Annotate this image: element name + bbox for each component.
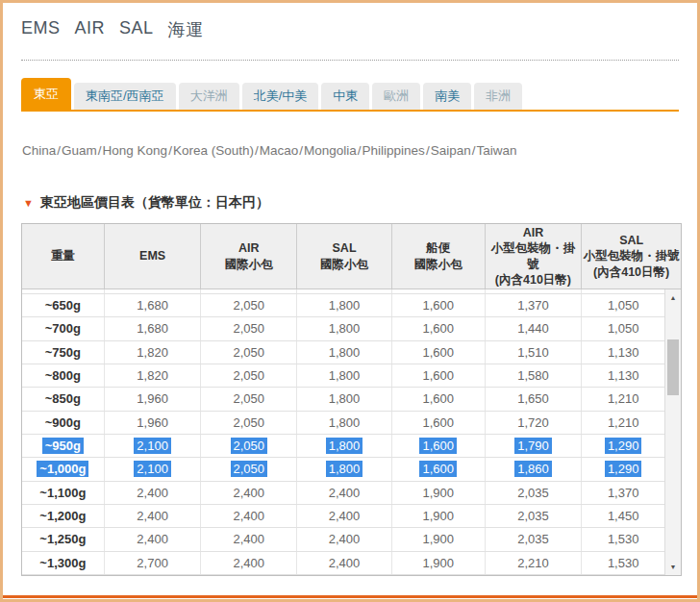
price-cell: 1,800	[297, 364, 392, 387]
region-tab-middle-east[interactable]: 中東	[321, 83, 369, 110]
price-cell: 1,800	[297, 458, 392, 480]
country-link-macao[interactable]: Macao	[259, 143, 300, 158]
section-title: ▼ 東亞地區價目表（貨幣單位：日本円）	[23, 194, 269, 212]
weight-cell: ~800g	[22, 364, 105, 387]
table-header-cell: AIR 小型包裝物・掛號 (內含410日幣)	[486, 224, 583, 288]
table-header-cell: SAL 小型包裝物・掛號 (內含410日幣)	[582, 224, 681, 288]
table-header-cell: 重量	[22, 224, 105, 288]
price-cell: 1,800	[297, 388, 392, 410]
table-header-cell: 船便 國際小包	[392, 224, 486, 288]
table-rows: ~650g 1,680 2,050 1,800 1,600 1,370 1,05…	[22, 289, 664, 575]
country-links: China / Guam / Hong Kong / Korea (South)…	[21, 143, 517, 158]
price-cell: 1,580	[486, 364, 583, 387]
price-cell	[105, 289, 202, 293]
price-cell: 2,050	[201, 435, 297, 457]
table-header-cell: AIR 國際小包	[201, 224, 297, 288]
country-link-korea-south[interactable]: Korea (South)	[172, 143, 255, 158]
price-cell: 1,440	[486, 317, 583, 339]
scroll-thumb[interactable]	[667, 339, 679, 395]
price-cell: 1,820	[105, 364, 202, 387]
price-cell: 2,700	[105, 552, 202, 574]
price-cell: 1,600	[392, 435, 486, 457]
price-cell: 2,400	[297, 482, 392, 504]
price-cell: 1,130	[582, 364, 664, 387]
table-row-850g: ~850g 1,960 2,050 1,800 1,600 1,650 1,21…	[22, 388, 664, 411]
price-cell: 1,600	[392, 317, 486, 339]
table-header-cell: EMS	[105, 224, 202, 288]
region-tab-south-america[interactable]: 南美	[423, 83, 471, 110]
price-cell: 1,800	[297, 435, 392, 457]
table-row-950g: ~950g 2,100 2,050 1,800 1,600 1,790 1,29…	[22, 435, 664, 458]
top-nav-link-air[interactable]: AIR	[75, 18, 106, 41]
weight-cell: ~1,000g	[22, 458, 105, 480]
country-link-mongolia[interactable]: Mongolia	[303, 143, 358, 158]
price-cell: 1,820	[105, 341, 202, 364]
country-link-saipan[interactable]: Saipan	[430, 143, 472, 158]
table-row-1300g: ~1,300g 2,700 2,400 2,400 1,900 2,210 1,…	[22, 552, 664, 575]
price-cell: 2,400	[105, 505, 202, 527]
price-cell: 2,400	[105, 528, 202, 550]
price-cell: 1,600	[392, 458, 486, 480]
price-cell: 1,680	[105, 294, 202, 316]
section-title-text: 東亞地區價目表（貨幣單位：日本円）	[40, 194, 269, 212]
price-cell: 1,290	[582, 458, 664, 480]
price-cell: 1,290	[582, 435, 664, 457]
scroll-down-button[interactable]: ▼	[665, 559, 681, 575]
table-header-row: 重量EMSAIR 國際小包SAL 國際小包船便 國際小包AIR 小型包裝物・掛號…	[22, 224, 681, 289]
price-cell: 2,035	[486, 528, 583, 550]
region-tab-europe[interactable]: 歐洲	[372, 83, 420, 110]
table-row-650g: ~650g 1,680 2,050 1,800 1,600 1,370 1,05…	[22, 294, 664, 317]
price-cell: 2,400	[105, 482, 202, 504]
country-link-china[interactable]: China	[21, 143, 57, 158]
weight-cell: ~1,300g	[22, 552, 105, 574]
price-cell: 2,050	[201, 412, 297, 434]
price-cell: 1,530	[582, 528, 664, 550]
price-cell: 1,720	[486, 412, 583, 434]
price-cell	[297, 289, 392, 293]
top-nav-link-sea[interactable]: 海運	[168, 18, 204, 41]
region-tab-north-central-america[interactable]: 北美/中美	[242, 83, 319, 110]
price-cell: 1,900	[392, 505, 486, 527]
weight-cell: ~1,200g	[22, 505, 105, 527]
price-cell: 2,050	[201, 341, 297, 364]
region-tab-east-asia[interactable]: 東亞	[21, 78, 71, 110]
price-cell: 1,800	[297, 412, 392, 434]
price-cell	[392, 289, 486, 293]
price-cell	[486, 289, 583, 293]
country-link-guam[interactable]: Guam	[61, 143, 98, 158]
region-tabs: 東亞東南亞/西南亞大洋洲北美/中美中東歐洲南美非洲	[21, 78, 679, 112]
region-tab-se-sw-asia[interactable]: 東南亞/西南亞	[74, 83, 176, 110]
country-link-taiwan[interactable]: Taiwan	[475, 143, 517, 158]
price-cell: 1,600	[392, 412, 486, 434]
triangle-marker-icon: ▼	[23, 197, 34, 209]
region-tab-africa[interactable]: 非洲	[474, 83, 522, 110]
scroll-up-button[interactable]: ▲	[665, 289, 681, 306]
price-cell: 2,400	[297, 505, 392, 527]
price-cell: 1,600	[392, 294, 486, 316]
dotted-divider	[21, 60, 679, 61]
price-cell: 2,100	[105, 435, 202, 457]
price-cell: 1,860	[486, 458, 583, 480]
price-cell: 1,050	[582, 317, 664, 339]
price-cell: 1,680	[105, 317, 202, 339]
service-nav: EMSAIRSAL海運	[21, 18, 204, 41]
region-tab-oceania[interactable]: 大洋洲	[179, 83, 239, 110]
table-scrollbar[interactable]: ▲ ▼	[664, 289, 681, 575]
country-link-hong-kong[interactable]: Hong Kong	[102, 143, 169, 158]
price-cell: 1,960	[105, 388, 202, 410]
country-link-philippines[interactable]: Philippines	[362, 143, 426, 158]
table-row-900g: ~900g 1,960 2,050 1,800 1,600 1,720 1,21…	[22, 412, 664, 435]
price-cell: 1,800	[297, 294, 392, 316]
bottom-accent-rule	[0, 595, 700, 598]
top-nav-link-ems[interactable]: EMS	[21, 18, 61, 41]
price-cell: 2,050	[201, 317, 297, 339]
price-cell: 1,210	[582, 412, 664, 434]
price-cell: 1,210	[582, 388, 664, 410]
weight-cell: ~650g	[22, 294, 105, 316]
price-cell: 1,960	[105, 412, 202, 434]
weight-cell	[22, 289, 105, 293]
price-cell	[201, 289, 297, 293]
top-nav-link-sal[interactable]: SAL	[119, 18, 154, 41]
price-cell: 1,650	[486, 388, 583, 410]
weight-cell: ~950g	[22, 435, 105, 457]
